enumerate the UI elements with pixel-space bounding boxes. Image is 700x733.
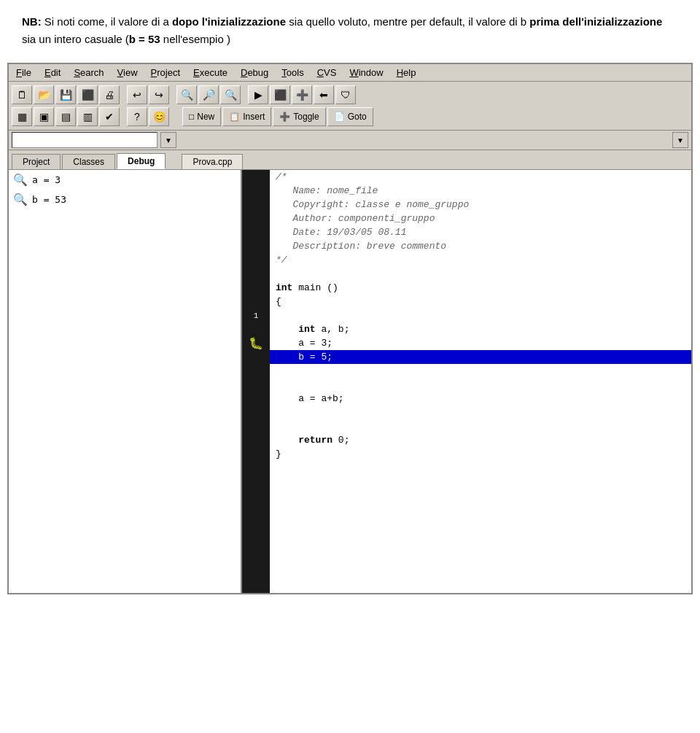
code-content: /* Name: nome_file Copyright: classe e n…: [270, 170, 691, 593]
tb-add[interactable]: ➕: [292, 85, 312, 104]
top-text-area: NB: Si noti come, il valore di a dopo l'…: [0, 0, 700, 55]
tb-toggle-button[interactable]: ➕ Toggle: [273, 107, 325, 126]
code-main: main (): [292, 282, 338, 293]
tb-stop[interactable]: ⬛: [270, 85, 290, 104]
gutter-line-15: [242, 364, 270, 378]
nb-label: NB:: [22, 15, 42, 28]
code-line-3: Copyright: classe e nome_gruppo: [270, 198, 691, 212]
code-line-8: [270, 267, 691, 281]
tb-run[interactable]: ▶: [248, 85, 268, 104]
tb-goto-button[interactable]: 📄 Goto: [327, 107, 373, 126]
bold-prima: prima dell'inizializzazione: [529, 15, 662, 28]
code-line-15: [270, 364, 691, 378]
code-editor: 1 🐛 /* Name: nome_file Cop: [242, 170, 691, 593]
tb-replace[interactable]: 🔍: [220, 85, 241, 104]
code-line-4: Author: componenti_gruppo: [270, 212, 691, 225]
addr-dropdown[interactable]: ▼: [160, 132, 176, 148]
tb-redo[interactable]: ↪: [149, 85, 169, 104]
debug-panel: 🔍 a = 3 🔍 b = 53: [9, 170, 242, 593]
gutter-line-20: [242, 433, 270, 447]
code-line-12: int a, b;: [270, 322, 691, 336]
menu-search[interactable]: Search: [69, 66, 108, 79]
tb-open[interactable]: 📂: [34, 85, 54, 104]
tb-undo[interactable]: ↩: [127, 85, 147, 104]
menu-edit[interactable]: Edit: [40, 66, 65, 79]
ide-window: File Edit Search View Project Execute De…: [7, 63, 693, 594]
tab-debug[interactable]: Debug: [117, 153, 166, 169]
menu-execute[interactable]: Execute: [189, 66, 232, 79]
tb-print[interactable]: 🖨: [99, 85, 120, 104]
menu-debug[interactable]: Debug: [236, 66, 273, 79]
gutter-line-16: [242, 378, 270, 392]
goto-icon: 📄: [334, 112, 345, 122]
gutter-line-13: 🐛: [242, 336, 270, 350]
menu-file[interactable]: File: [12, 66, 36, 79]
tb-check[interactable]: ✔: [99, 107, 120, 126]
tab-project[interactable]: Project: [12, 154, 61, 169]
gutter-line-10: [242, 295, 270, 309]
gutter-line-8: [242, 267, 270, 281]
tb-new-doc[interactable]: 🗒: [12, 85, 32, 104]
code-area[interactable]: 1 🐛 /* Name: nome_file Cop: [242, 170, 691, 593]
menu-cvs[interactable]: CVS: [313, 66, 341, 79]
tb-find[interactable]: 🔍: [176, 85, 197, 104]
tb-new-button[interactable]: □ New: [182, 107, 221, 126]
menu-help[interactable]: Help: [392, 66, 421, 79]
menu-project[interactable]: Project: [147, 66, 184, 79]
gutter-line-2: [242, 184, 270, 198]
gutter-line-5: [242, 225, 270, 239]
menu-window[interactable]: Window: [345, 66, 387, 79]
tb-insert-button[interactable]: 📋 Insert: [222, 107, 271, 126]
gutter-line-14: [242, 350, 270, 364]
debug-icon-b: 🔍: [13, 193, 28, 206]
code-line-6: Description: breve commento: [270, 239, 691, 253]
goto-label: Goto: [348, 112, 367, 122]
tb-find-next[interactable]: 🔎: [198, 85, 219, 104]
debug-item-a: 🔍 a = 3: [9, 170, 241, 190]
gutter-line-11: 1: [242, 309, 270, 322]
tabs-row: Project Classes Debug Prova.cpp: [9, 150, 691, 170]
tb-grid2[interactable]: ▣: [34, 107, 54, 126]
tb-help[interactable]: ?: [127, 107, 147, 126]
tb-smiley[interactable]: 😊: [149, 107, 169, 126]
tb-shield[interactable]: 🛡: [335, 85, 356, 104]
tb-close[interactable]: ⬛: [77, 85, 98, 104]
code-ab: a, b;: [316, 324, 350, 335]
toolbar-row1: 🗒 📂 💾 ⬛ 🖨 ↩ ↪ 🔍 🔎 🔍 ▶ ⬛ ➕ ⬅ 🛡: [12, 84, 688, 106]
bold-dopo: dopo l'inizializzazione: [172, 15, 286, 28]
menu-view[interactable]: View: [113, 66, 142, 79]
tab-classes[interactable]: Classes: [62, 154, 115, 169]
tab-file[interactable]: Prova.cpp: [182, 154, 243, 169]
code-line-19: [270, 419, 691, 433]
new-label: New: [197, 112, 214, 122]
gutter-line-3: [242, 198, 270, 212]
gutter-line-9: [242, 281, 270, 295]
debug-item-b: 🔍 b = 53: [9, 190, 241, 209]
new-icon: □: [189, 112, 194, 122]
bold-value: b = 53: [129, 33, 160, 45]
addr-dropdown2[interactable]: ▼: [672, 132, 688, 148]
menu-tools[interactable]: Tools: [277, 66, 308, 79]
tb-grid1[interactable]: ▦: [12, 107, 32, 126]
tb-grid4[interactable]: ▥: [77, 107, 98, 126]
code-line-10: {: [270, 295, 691, 309]
toggle-label: Toggle: [293, 112, 319, 122]
gutter-line-18: [242, 406, 270, 419]
gutter-line-19: [242, 419, 270, 433]
code-line-14: b = 5;: [270, 350, 691, 364]
address-bar: ▼ ▼: [9, 131, 691, 150]
address-input[interactable]: [12, 132, 158, 148]
code-line-18: [270, 406, 691, 419]
debug-icon-a: 🔍: [13, 173, 28, 187]
insert-icon: 📋: [229, 112, 240, 122]
gutter-line-6: [242, 239, 270, 253]
code-line-7: */: [270, 253, 691, 267]
code-line-16: [270, 378, 691, 392]
code-line-11: [270, 309, 691, 322]
tb-grid3[interactable]: ▤: [55, 107, 76, 126]
tb-back[interactable]: ⬅: [314, 85, 334, 104]
tb-save[interactable]: 💾: [55, 85, 76, 104]
gutter-line-21: [242, 447, 270, 461]
keyword-int-main: int: [276, 282, 292, 293]
gutter-line-12: [242, 322, 270, 336]
